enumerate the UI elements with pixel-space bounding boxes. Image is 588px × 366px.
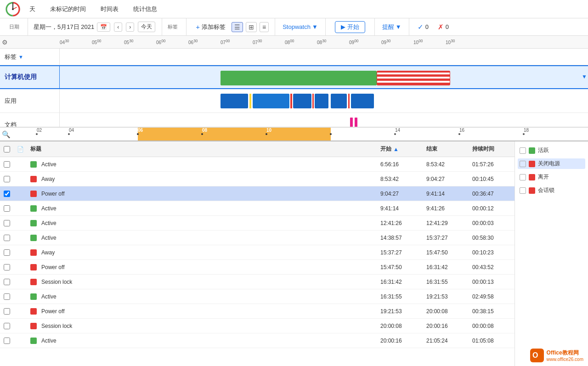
- row-checkbox[interactable]: [4, 161, 10, 168]
- table-row[interactable]: Away 15:37:27 15:47:50 00:10:23: [0, 245, 514, 260]
- nav-day[interactable]: 天: [27, 3, 38, 15]
- calendar-btn[interactable]: 📅: [97, 23, 110, 32]
- mini-dot-02: [36, 133, 38, 135]
- header-check: [0, 146, 14, 152]
- header-duration[interactable]: 持续时间: [469, 145, 514, 153]
- row-checkbox[interactable]: [4, 279, 10, 285]
- row-checkbox[interactable]: [4, 264, 10, 270]
- table-row[interactable]: Active 16:31:55 19:21:53 02:49:58: [0, 289, 514, 304]
- row-checkbox[interactable]: [4, 293, 10, 300]
- row-start: 20:00:08: [380, 323, 402, 329]
- row-title: Away: [41, 249, 55, 256]
- reminder-btn[interactable]: 提醒 ▼: [380, 22, 403, 32]
- table-row[interactable]: Session lock 20:00:08 20:00:16 00:00:08: [0, 319, 514, 333]
- row-check-cell: [0, 235, 14, 241]
- doc-icon: 📄: [17, 146, 24, 152]
- view-list-btn[interactable]: ☰: [232, 22, 243, 32]
- table-row[interactable]: Away 8:53:42 9:04:27 00:10:45: [0, 172, 514, 186]
- row-checkbox[interactable]: [4, 205, 10, 212]
- nav-untracked[interactable]: 未标记的时间: [47, 3, 89, 15]
- status-dot: [30, 338, 37, 344]
- status-dot: [30, 249, 37, 256]
- computer-expand-icon[interactable]: ▼: [582, 73, 587, 80]
- tag-actions-section: + 添加标签 ☰ ⊞ ≡: [187, 18, 275, 35]
- legend-checkbox[interactable]: [520, 161, 526, 167]
- mini-search-icon[interactable]: 🔍: [2, 130, 11, 139]
- table-row[interactable]: Active 14:38:57 15:37:27 00:58:30: [0, 231, 514, 245]
- legend-checkbox[interactable]: [520, 187, 526, 194]
- row-checkbox[interactable]: [4, 235, 10, 241]
- row-title-cell: Active: [27, 205, 377, 212]
- row-title-cell: Active: [27, 338, 377, 344]
- legend-item-active[interactable]: 活跃: [518, 145, 585, 156]
- row-duration: 00:10:23: [472, 249, 494, 256]
- view-grid-btn[interactable]: ⊞: [246, 22, 257, 32]
- view-detail-btn[interactable]: ≡: [260, 22, 269, 32]
- nav-stats[interactable]: 统计信息: [130, 3, 160, 15]
- tick-500: 0500: [92, 39, 101, 45]
- play-icon: ▶: [341, 23, 345, 30]
- legend-checkbox[interactable]: [520, 147, 526, 154]
- row-duration-cell: 00:38:15: [469, 308, 514, 315]
- mini-dot-16: [458, 133, 460, 135]
- row-duration-cell: 00:58:30: [469, 235, 514, 241]
- mini-dot-08: [201, 133, 203, 135]
- settings-icon[interactable]: ⚙: [2, 39, 8, 46]
- legend-checkbox[interactable]: [520, 174, 526, 180]
- start-btn[interactable]: ▶ 开始: [335, 21, 365, 33]
- legend-dot: [529, 161, 535, 167]
- row-checkbox[interactable]: [4, 176, 10, 182]
- sort-asc-icon: ▲: [393, 146, 399, 152]
- app-bar-1: [220, 94, 248, 108]
- table-row[interactable]: Active 12:41:26 12:41:29 00:00:03: [0, 216, 514, 231]
- table-row[interactable]: Session lock 16:31:42 16:31:55 00:00:13: [0, 275, 514, 289]
- timeline-area: ⚙ 0430 0500 0530 0600 0630 0700 0730 080…: [0, 36, 588, 128]
- row-checkbox[interactable]: [4, 308, 10, 315]
- row-start: 9:04:27: [380, 191, 399, 197]
- legend-item-away[interactable]: 离开: [518, 172, 585, 182]
- row-duration: 00:00:12: [472, 205, 494, 212]
- row-title: Power off: [41, 308, 64, 315]
- row-checkbox[interactable]: [4, 323, 10, 329]
- legend-sidebar: 活跃 关闭电源 离开 会话锁: [514, 141, 588, 366]
- table-row[interactable]: Power off 19:21:53 20:00:08 00:38:15: [0, 304, 514, 319]
- header-doc: 📄: [14, 146, 27, 152]
- table-row[interactable]: Active 9:41:14 9:41:26 00:00:12: [0, 201, 514, 216]
- next-date-btn[interactable]: ›: [126, 23, 134, 32]
- row-check-cell: [0, 205, 14, 212]
- row-checkbox[interactable]: [4, 338, 10, 344]
- row-checkbox[interactable]: [4, 191, 10, 197]
- header-start[interactable]: 开始 ▲: [377, 145, 423, 153]
- mini-dot-12: [330, 133, 332, 135]
- legend-item-poweroff[interactable]: 关闭电源: [518, 158, 585, 169]
- row-end: 20:00:08: [426, 308, 448, 315]
- legend-item-sessionlock[interactable]: 会话锁: [518, 185, 585, 196]
- prev-date-btn[interactable]: ‹: [114, 23, 122, 32]
- legend-container: 活跃 关闭电源 离开 会话锁: [518, 145, 585, 196]
- row-title: Active: [41, 220, 57, 226]
- row-duration-cell: 00:36:47: [469, 191, 514, 197]
- table-row[interactable]: Power off 15:47:50 16:31:42 00:43:52: [0, 260, 514, 275]
- row-end: 16:31:42: [426, 264, 448, 270]
- table-row[interactable]: Active 6:56:16 8:53:42 01:57:26: [0, 157, 514, 172]
- tags-row-label: 标签 ▼: [0, 49, 60, 65]
- header-end[interactable]: 结束: [423, 145, 469, 153]
- header-title[interactable]: 标题: [27, 145, 377, 153]
- table-row[interactable]: Power off 9:04:27 9:41:14 00:36:47: [0, 186, 514, 201]
- stopwatch-btn[interactable]: Stopwatch ▼: [281, 23, 320, 31]
- status-dot: [30, 220, 37, 226]
- add-tag-btn[interactable]: + 添加标签: [192, 21, 229, 33]
- title-label: 标题: [30, 145, 41, 153]
- today-btn[interactable]: 今天: [138, 22, 155, 32]
- row-checkbox[interactable]: [4, 220, 10, 226]
- mini-dot-14: [394, 133, 396, 135]
- mini-ruler-container: 02 04 06 08 10 12 14 16 18: [9, 128, 588, 141]
- header-checkbox[interactable]: [4, 146, 10, 152]
- nav-timetable[interactable]: 时间表: [98, 3, 121, 15]
- app-bar-6: [351, 94, 374, 108]
- row-checkbox[interactable]: [4, 249, 10, 256]
- row-duration-cell: 00:10:45: [469, 176, 514, 182]
- table-row[interactable]: Active 20:00:16 21:05:24 01:05:08: [0, 333, 514, 348]
- app-bar-yellow: [249, 94, 251, 108]
- legend-dot: [529, 147, 535, 154]
